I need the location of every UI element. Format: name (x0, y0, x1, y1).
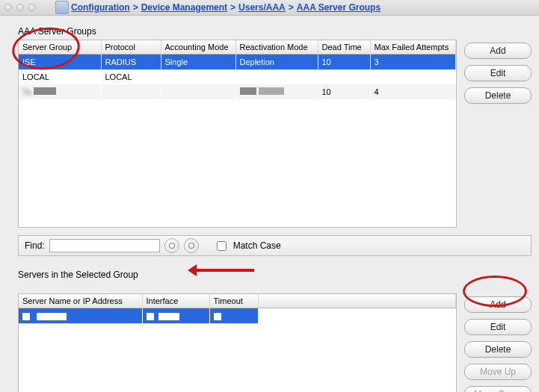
cell (209, 308, 258, 324)
crumb-sep: > (227, 2, 238, 13)
cell (235, 69, 318, 84)
cell: LOCAL (19, 69, 101, 84)
find-prev-button[interactable] (164, 238, 179, 253)
crumb-users-aaa[interactable]: Users/AAA (238, 2, 286, 13)
column-header[interactable]: Server Name or IP Address (19, 294, 142, 308)
cell (258, 308, 456, 324)
column-header[interactable]: Server Group (19, 40, 101, 55)
column-header[interactable]: Protocol (101, 40, 161, 55)
cell (19, 308, 142, 324)
cell: Single (161, 55, 235, 70)
section-title-servers: Servers in the Selected Group (18, 270, 532, 280)
cell: RADIUS (101, 55, 161, 70)
table-row[interactable]: LOCALLOCAL (19, 69, 456, 84)
section-title-groups: AAA Server Groups (18, 26, 532, 37)
cell (161, 84, 235, 99)
server-groups-table[interactable]: Server GroupProtocolAccounting ModeReact… (18, 40, 457, 228)
cell (161, 69, 235, 84)
column-header[interactable]: Max Failed Attempts (370, 40, 456, 55)
servers-in-group-table[interactable]: Server Name or IP AddressInterfaceTimeou… (18, 293, 457, 392)
move-up-button[interactable]: Move Up (464, 364, 532, 380)
window-titlebar: Configuration > Device Management > User… (0, 0, 539, 16)
redacted-bar (240, 87, 256, 95)
zoom-icon[interactable] (28, 4, 36, 11)
table-row[interactable]: ISERADIUSSingleDepletion103 (19, 55, 456, 70)
column-header[interactable]: Interface (142, 294, 209, 308)
match-case-checkbox[interactable] (217, 241, 227, 251)
table-row[interactable] (19, 308, 456, 324)
column-header[interactable]: Reactivation Mode (235, 40, 318, 55)
find-bar: Find: Match Case (18, 235, 532, 256)
edit-server-button[interactable]: Edit (464, 319, 532, 335)
cell: LOCAL (101, 69, 161, 84)
redacted-bar (259, 87, 284, 95)
cell (142, 308, 209, 324)
circle-icon (168, 242, 176, 249)
crumb-aaa-server-groups[interactable]: AAA Server Groups (297, 2, 381, 13)
column-header[interactable]: Dead Time (318, 40, 370, 55)
cell: Depletion (235, 55, 318, 70)
cell: ISE (19, 55, 101, 70)
crumb-configuration[interactable]: Configuration (71, 2, 130, 13)
cell: Ta (19, 84, 101, 99)
svg-point-1 (188, 243, 194, 249)
crumb-sep: > (286, 2, 297, 13)
minimize-icon[interactable] (16, 4, 24, 11)
crumb-sep: > (130, 2, 141, 13)
circle-icon (188, 242, 195, 249)
delete-group-button[interactable]: Delete (464, 87, 532, 104)
column-header[interactable]: Accounting Mode (161, 40, 235, 55)
edit-group-button[interactable]: Edit (464, 65, 532, 81)
find-label: Find: (25, 240, 45, 251)
cell: 4 (370, 84, 456, 99)
column-header[interactable]: Timeout (209, 294, 258, 308)
close-icon[interactable] (4, 4, 12, 11)
table-row[interactable]: Ta 104 (19, 84, 456, 99)
breadcrumb: Configuration > Device Management > User… (55, 1, 381, 14)
svg-point-0 (169, 243, 174, 249)
find-input[interactable] (49, 239, 160, 252)
cell (318, 69, 370, 84)
home-icon[interactable] (55, 1, 69, 14)
cell: 3 (370, 55, 456, 70)
cell: 10 (318, 84, 370, 99)
crumb-device-management[interactable]: Device Management (141, 2, 227, 13)
redacted-text: Ta (22, 87, 31, 96)
cell: 10 (318, 55, 370, 70)
cell (235, 84, 318, 99)
redacted-bar (34, 87, 56, 95)
find-next-button[interactable] (184, 238, 199, 253)
match-case-label: Match Case (233, 240, 281, 251)
cell (101, 84, 161, 99)
delete-server-button[interactable]: Delete (464, 341, 532, 358)
add-server-button[interactable]: Add (464, 296, 532, 313)
column-header (258, 294, 456, 308)
cell (370, 69, 456, 84)
add-group-button[interactable]: Add (464, 43, 532, 59)
move-down-button[interactable]: Move Down (464, 386, 532, 392)
